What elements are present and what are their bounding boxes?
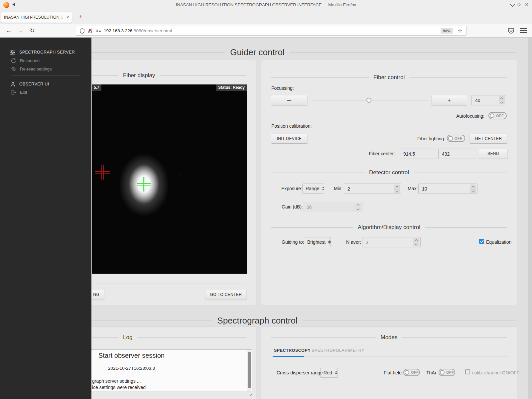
calib-channel-checkbox[interactable]	[465, 369, 470, 374]
fiber-control-header: Fiber control	[271, 73, 507, 81]
star-blob	[129, 164, 159, 204]
focusing-label: Focussing:	[271, 85, 294, 91]
page-scrollbar[interactable]	[528, 38, 532, 399]
fiber-center-x-value: 914.5	[403, 151, 415, 157]
spinner-icon[interactable]	[499, 96, 505, 104]
fiber-control-card: Fiber control Focussing: — + 40 Autofocu…	[261, 60, 517, 305]
url-text[interactable]: 192.168.3.226:8080/observer.html	[104, 28, 172, 33]
header-line-left	[271, 227, 353, 228]
log-textarea[interactable]: Start observer session 2021-10-27T16:23:…	[88, 349, 252, 391]
forward-button[interactable]: →	[16, 26, 25, 35]
get-center-button[interactable]: GET CENTER	[470, 134, 507, 143]
fiber-center-x-input[interactable]: 914.5	[400, 149, 437, 159]
fiber-center-y-input[interactable]: 432	[438, 149, 476, 159]
autofocusing-toggle[interactable]: OFF	[488, 112, 507, 119]
sidebar-item-reread-settings[interactable]: Re-read settings	[11, 65, 52, 72]
sidebar-item-label: SPECTROGRAPH SERVER	[19, 50, 75, 55]
spinner-icon[interactable]	[355, 203, 361, 211]
new-tab-button[interactable]: +	[76, 13, 85, 22]
tab-close-icon[interactable]: ×	[66, 15, 69, 20]
shield-icon[interactable]	[79, 28, 85, 34]
focus-slider-knob[interactable]	[366, 98, 371, 103]
focus-value-input[interactable]: 40	[471, 95, 506, 105]
sidebar-item-spectrograph-server[interactable]: SPECTROGRAPH SERVER	[10, 49, 75, 56]
pocket-icon[interactable]	[507, 27, 515, 35]
spinner-icon[interactable]	[394, 185, 400, 193]
n-aver-input[interactable]: 3	[362, 237, 421, 247]
gain-value: 36	[307, 204, 312, 210]
bookmark-star-icon[interactable]: ☆	[456, 28, 464, 34]
fiber-display-title: Fiber display	[123, 72, 155, 79]
thar-toggle[interactable]: OFF	[439, 369, 455, 376]
guider-control-title: Guider control	[230, 47, 284, 58]
exposure-max-input[interactable]: 10	[418, 184, 477, 194]
log-scrollbar[interactable]	[247, 350, 251, 391]
header-line-right	[414, 173, 507, 173]
sliders-icon	[10, 50, 16, 55]
spinner-icon[interactable]	[413, 238, 419, 246]
reload-button[interactable]: ↻	[28, 26, 37, 35]
equalization-checkbox[interactable]	[479, 239, 484, 244]
equalization-label: Equalization	[486, 239, 511, 245]
log-card: Log Start observer session 2021-10-27T16…	[81, 327, 256, 399]
key-icon[interactable]	[95, 29, 101, 33]
url-bar[interactable]: 192.168.3.226:8080/observer.html 80% ☆	[76, 26, 466, 36]
observer-page: Guider control Fiber display	[0, 38, 532, 399]
sidebar-item-observer-ui[interactable]: OBSERVER UI	[10, 80, 49, 88]
browser-tab[interactable]: INASAN HIGH-RESOLUTION S ×	[1, 12, 72, 23]
cross-disperser-label: Cross-disperser range:	[277, 370, 324, 375]
fiber-display-header: Fiber display	[92, 71, 246, 79]
send-button[interactable]: SEND	[479, 149, 507, 159]
tab-bar: INASAN HIGH-RESOLUTION S × +	[0, 10, 532, 24]
guiding-to-select[interactable]: Brightest	[304, 237, 331, 247]
thar-state: OFF	[446, 370, 454, 374]
zoom-level-badge[interactable]: 80%	[441, 28, 453, 34]
insecure-lock-icon[interactable]	[87, 28, 93, 34]
spectrograph-control-title: Spectrograph control	[217, 316, 297, 326]
fiber-control-title: Fiber control	[373, 74, 405, 81]
sidebar-item-exit[interactable]: Exit	[11, 88, 27, 96]
exposure-mode-value: Range	[306, 186, 319, 191]
exposure-min-input[interactable]: 2	[344, 184, 401, 194]
window-close-icon[interactable]: ×	[523, 1, 531, 8]
fiber-lighting-toggle[interactable]: OFF	[447, 135, 465, 142]
url-host: 192.168.3.226	[104, 28, 132, 33]
header-line-right	[402, 337, 507, 338]
position-calibration-label: Position calibration:	[271, 123, 312, 129]
active-tab-underline	[273, 356, 304, 357]
heading-line-right	[303, 321, 515, 321]
tab-spectroscopy[interactable]: SPECTROSCOPY	[274, 348, 311, 353]
fiber-lighting-state: OFF	[455, 136, 462, 140]
log-scrollbar-thumb[interactable]	[248, 352, 251, 388]
go-to-center-button[interactable]: GO TO CENTER	[205, 290, 246, 300]
n-aver-value: 3	[366, 240, 368, 245]
focus-minus-button[interactable]: —	[271, 95, 307, 105]
flat-field-toggle[interactable]: OFF	[403, 369, 420, 376]
footer-divider	[92, 284, 246, 284]
exit-icon	[11, 89, 16, 95]
header-line-right	[409, 77, 507, 78]
spinner-icon[interactable]	[470, 185, 476, 193]
tabs-baseline	[271, 356, 507, 357]
detector-control-title: Detector control	[369, 169, 409, 176]
title-bar: INASAN HIGH-RESOLUTION SPECTROGRAPH OBSE…	[0, 0, 532, 10]
min-label: Min:	[334, 186, 342, 191]
back-button[interactable]: ←	[4, 26, 13, 35]
gain-input[interactable]: 36	[303, 202, 362, 212]
resize-grip-icon[interactable]	[250, 392, 253, 395]
tab-spectropolarimetry[interactable]: SPECTROPOLARIMETRY	[312, 348, 364, 353]
exposure-mode-select[interactable]: Range	[302, 184, 324, 194]
fiber-camera-image[interactable]: 5.7 Status: Ready	[92, 84, 247, 274]
window-maximize-icon[interactable]: ◇	[515, 1, 523, 7]
fiber-center-label: Fiber center:	[369, 151, 395, 156]
toggle-knob	[440, 370, 445, 375]
log-session-heading: Start observer session	[98, 352, 165, 359]
sidebar-item-reconnect[interactable]: Reconnect	[11, 57, 41, 64]
cross-disperser-select[interactable]: Red	[320, 368, 338, 378]
sidebar-divider	[11, 75, 80, 75]
menu-hamburger-icon[interactable]	[520, 28, 527, 33]
init-device-button[interactable]: INIT DEVICE	[271, 134, 307, 143]
log-header: Log	[92, 333, 246, 341]
flat-field-state: OFF	[411, 370, 419, 374]
focus-plus-button[interactable]: +	[432, 95, 467, 105]
